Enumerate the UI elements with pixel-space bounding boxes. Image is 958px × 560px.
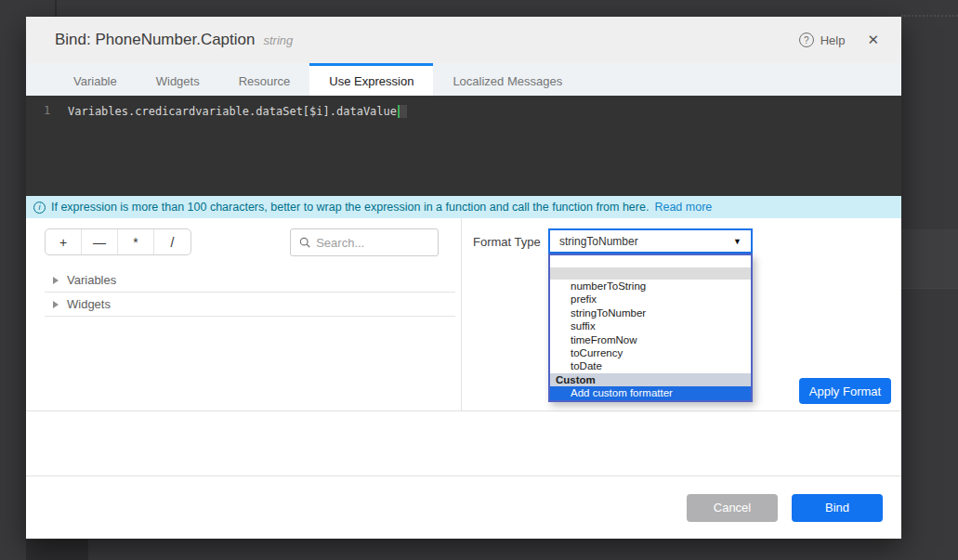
dialog-header: Bind: PhoneNumber.Caption string ? Help … <box>26 17 901 63</box>
expression-builder-panel: + — * / Variables Widgets <box>26 218 462 410</box>
dialog-tabbar: Variable Widgets Resource Use Expression… <box>26 63 901 96</box>
cancel-button[interactable]: Cancel <box>687 494 778 522</box>
search-input[interactable] <box>316 236 429 250</box>
background-panel-band <box>901 229 958 288</box>
help-link[interactable]: Help <box>820 33 846 47</box>
bind-button[interactable]: Bind <box>792 494 883 522</box>
editor-code-line[interactable]: Variables.credicardvariable.dataSet[$i].… <box>68 104 407 118</box>
dropdown-option-numberToString[interactable]: numberToString <box>550 280 751 293</box>
dialog-title: Bind: PhoneNumber.Caption <box>55 31 255 49</box>
tab-resource[interactable]: Resource <box>219 63 310 96</box>
info-icon: i <box>33 202 46 214</box>
plus-operator-button[interactable]: + <box>46 229 82 254</box>
background-divider <box>55 0 57 17</box>
dropdown-group-custom: Custom <box>550 373 751 386</box>
dropdown-option-timeFromNow[interactable]: timeFromNow <box>550 333 751 346</box>
dropdown-option-suffix[interactable]: suffix <box>550 319 751 332</box>
search-box <box>290 228 439 256</box>
editor-line-number: 1 <box>26 104 68 117</box>
tree-item-widgets[interactable]: Widgets <box>45 293 455 317</box>
operator-button-group: + — * / <box>45 228 191 255</box>
tab-localized-messages[interactable]: Localized Messages <box>433 63 582 96</box>
expression-text: Variables.credicardvariable.dataSet[$i].… <box>68 105 397 118</box>
format-type-selected-value: stringToNumber <box>559 235 638 248</box>
dialog-content: + — * / Variables Widgets <box>26 218 901 411</box>
dropdown-highlighted-empty-option[interactable] <box>550 267 751 280</box>
tab-use-expression[interactable]: Use Expression <box>309 63 433 96</box>
tree-item-label: Widgets <box>67 297 111 311</box>
search-icon <box>299 236 310 249</box>
background-block <box>26 540 88 560</box>
format-options-empty-area <box>26 411 901 476</box>
minus-operator-button[interactable]: — <box>82 229 118 254</box>
close-icon[interactable]: ✕ <box>867 32 879 48</box>
tab-variable[interactable]: Variable <box>54 63 137 96</box>
dropdown-option-prefix[interactable]: prefix <box>550 293 751 306</box>
tree-item-variables[interactable]: Variables <box>45 268 455 293</box>
dropdown-option-stringToNumber[interactable]: stringToNumber <box>550 306 751 319</box>
dropdown-option-toDate[interactable]: toDate <box>550 359 751 372</box>
dropdown-option-toCurrency[interactable]: toCurrency <box>550 346 751 359</box>
format-type-label: Format Type <box>473 235 541 249</box>
dropdown-option-add-custom-formatter[interactable]: Add custom formatter <box>550 386 751 400</box>
divide-operator-button[interactable]: / <box>154 229 190 254</box>
apply-format-button[interactable]: Apply Format <box>799 378 891 404</box>
notice-text: If expression is more than 100 character… <box>51 201 649 214</box>
help-icon[interactable]: ? <box>799 33 814 47</box>
read-more-link[interactable]: Read more <box>654 201 712 214</box>
bind-type-hint: string <box>263 33 293 47</box>
editor-ghost-cursor <box>400 105 407 118</box>
binding-source-tree: Variables Widgets <box>45 268 455 317</box>
format-panel: Format Type stringToNumber ▼ numberToStr… <box>462 218 901 410</box>
chevron-down-icon: ▼ <box>733 237 741 246</box>
expression-code-editor[interactable]: 1 Variables.credicardvariable.dataSet[$i… <box>26 96 901 196</box>
chevron-right-icon[interactable] <box>53 277 59 284</box>
chevron-right-icon[interactable] <box>53 301 59 308</box>
tree-item-label: Variables <box>67 273 116 287</box>
format-type-select[interactable]: stringToNumber ▼ <box>548 228 753 254</box>
background-dotted-line <box>901 15 958 17</box>
header-actions: ? Help ✕ <box>799 32 879 48</box>
expression-length-notice: i If expression is more than 100 charact… <box>26 196 901 218</box>
background-panel-seam <box>901 288 958 289</box>
bind-dialog: Bind: PhoneNumber.Caption string ? Help … <box>26 17 901 539</box>
dialog-footer: Cancel Bind <box>26 476 901 539</box>
dropdown-empty-option[interactable] <box>550 255 751 267</box>
format-type-dropdown: numberToString prefix stringToNumber suf… <box>548 254 753 402</box>
tab-widgets[interactable]: Widgets <box>137 63 219 96</box>
multiply-operator-button[interactable]: * <box>118 229 154 254</box>
